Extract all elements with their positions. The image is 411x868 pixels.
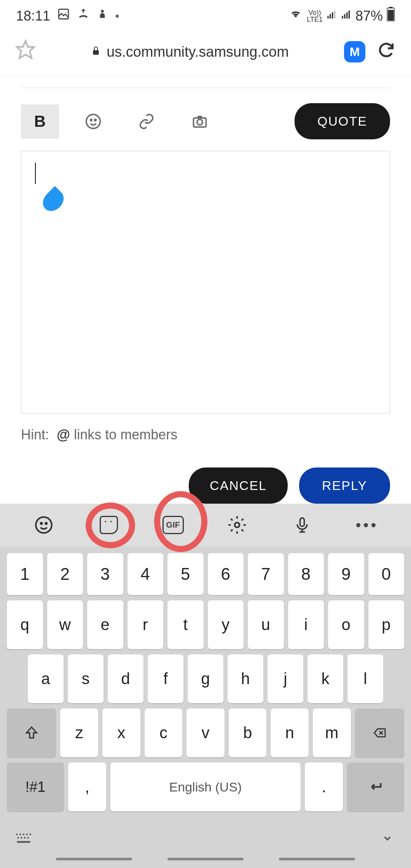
missed-call-icon bbox=[77, 8, 90, 24]
kb-emoji-icon[interactable] bbox=[32, 514, 55, 536]
picture-icon bbox=[57, 8, 70, 24]
status-dot-icon: ● bbox=[115, 11, 119, 20]
key-v[interactable]: v bbox=[186, 708, 225, 757]
svg-point-32 bbox=[24, 837, 25, 838]
lock-icon bbox=[91, 45, 101, 59]
svg-rect-6 bbox=[342, 16, 343, 19]
key-c[interactable]: c bbox=[145, 708, 183, 757]
kb-bot-row: z x c v b n m bbox=[7, 708, 404, 757]
key-4[interactable]: 4 bbox=[127, 553, 164, 595]
key-shift[interactable] bbox=[7, 708, 56, 757]
key-b[interactable]: b bbox=[229, 708, 267, 757]
svg-rect-8 bbox=[346, 12, 348, 18]
key-r[interactable]: r bbox=[127, 600, 164, 649]
kb-more-icon[interactable]: ••• bbox=[356, 514, 379, 536]
kb-switch-icon[interactable] bbox=[15, 832, 32, 846]
key-5[interactable]: 5 bbox=[167, 553, 204, 595]
kb-gif-icon[interactable]: GIF bbox=[162, 516, 184, 534]
key-n[interactable]: n bbox=[271, 708, 309, 757]
kb-number-row: 1 2 3 4 5 6 7 8 9 0 bbox=[7, 553, 404, 595]
bookmark-star-icon[interactable] bbox=[15, 39, 36, 64]
key-1[interactable]: 1 bbox=[7, 553, 43, 595]
key-j[interactable]: j bbox=[268, 654, 303, 703]
key-0[interactable]: 0 bbox=[368, 553, 405, 595]
keyboard-bottom-bar bbox=[0, 820, 411, 854]
svg-point-31 bbox=[21, 837, 22, 838]
kb-voice-icon[interactable] bbox=[291, 514, 314, 536]
kb-settings-icon[interactable] bbox=[226, 514, 249, 536]
key-e[interactable]: e bbox=[87, 600, 123, 649]
extension-m-badge[interactable]: M bbox=[344, 41, 365, 62]
bold-button[interactable]: B bbox=[21, 104, 59, 139]
svg-marker-13 bbox=[17, 41, 34, 58]
svg-point-20 bbox=[36, 517, 52, 533]
key-g[interactable]: g bbox=[188, 654, 223, 703]
svg-point-1 bbox=[101, 10, 104, 13]
key-backspace[interactable] bbox=[355, 708, 404, 757]
key-d[interactable]: d bbox=[108, 654, 143, 703]
svg-rect-34 bbox=[17, 841, 30, 842]
battery-percent: 87% bbox=[355, 8, 383, 24]
key-u[interactable]: u bbox=[248, 600, 284, 649]
key-t[interactable]: t bbox=[167, 600, 204, 649]
status-bar: 18:11 ● Vo))LTE1 87% bbox=[0, 0, 411, 32]
url-text: us.community.samsung.com bbox=[107, 44, 289, 60]
key-a[interactable]: a bbox=[28, 654, 64, 703]
key-space[interactable]: English (US) bbox=[110, 763, 301, 811]
key-enter[interactable] bbox=[347, 763, 404, 811]
key-q[interactable]: q bbox=[7, 600, 43, 649]
key-period[interactable]: . bbox=[305, 763, 343, 811]
key-k[interactable]: k bbox=[307, 654, 343, 703]
signal-icon bbox=[327, 8, 337, 24]
svg-point-23 bbox=[235, 523, 240, 528]
key-w[interactable]: w bbox=[47, 600, 83, 649]
key-comma[interactable]: , bbox=[68, 763, 106, 811]
key-o[interactable]: o bbox=[328, 600, 364, 649]
nav-recent[interactable] bbox=[56, 858, 132, 860]
key-h[interactable]: h bbox=[228, 654, 263, 703]
link-button[interactable] bbox=[127, 104, 166, 139]
svg-point-17 bbox=[95, 119, 96, 121]
key-8[interactable]: 8 bbox=[288, 553, 324, 595]
svg-rect-24 bbox=[300, 518, 304, 527]
key-m[interactable]: m bbox=[313, 708, 351, 757]
key-3[interactable]: 3 bbox=[87, 553, 123, 595]
svg-point-15 bbox=[86, 114, 100, 128]
svg-rect-3 bbox=[330, 14, 331, 19]
quote-button[interactable]: QUOTE bbox=[295, 103, 390, 139]
divider bbox=[21, 88, 390, 88]
svg-point-30 bbox=[17, 837, 19, 838]
nav-home[interactable] bbox=[167, 858, 244, 860]
svg-point-33 bbox=[27, 837, 29, 838]
kb-collapse-icon[interactable] bbox=[379, 833, 396, 846]
reload-icon[interactable] bbox=[377, 40, 396, 64]
url-display[interactable]: us.community.samsung.com bbox=[47, 44, 333, 60]
battery-icon bbox=[387, 7, 395, 25]
key-p[interactable]: p bbox=[368, 600, 405, 649]
key-z[interactable]: z bbox=[60, 708, 98, 757]
key-y[interactable]: y bbox=[208, 600, 244, 649]
hint-text: Hint: @ links to members bbox=[21, 413, 390, 456]
cancel-button[interactable]: CANCEL bbox=[189, 468, 288, 504]
key-2[interactable]: 2 bbox=[47, 553, 83, 595]
camera-button[interactable] bbox=[181, 104, 219, 139]
kb-sticker-icon[interactable] bbox=[97, 514, 120, 536]
key-7[interactable]: 7 bbox=[248, 553, 284, 595]
kb-space-row: !#1 , English (US) . bbox=[7, 763, 404, 811]
status-person-icon bbox=[97, 8, 108, 24]
nav-back[interactable] bbox=[279, 858, 355, 860]
key-9[interactable]: 9 bbox=[328, 553, 364, 595]
cursor-handle-icon[interactable] bbox=[39, 186, 68, 215]
reply-button[interactable]: REPLY bbox=[299, 468, 390, 504]
svg-rect-2 bbox=[327, 16, 329, 19]
emoji-button[interactable] bbox=[74, 104, 112, 139]
key-f[interactable]: f bbox=[148, 654, 183, 703]
reply-textarea[interactable] bbox=[21, 151, 390, 413]
key-symbols[interactable]: !#1 bbox=[7, 763, 64, 811]
key-x[interactable]: x bbox=[102, 708, 140, 757]
key-s[interactable]: s bbox=[68, 654, 104, 703]
keyboard-toolbar: GIF ••• bbox=[0, 504, 411, 546]
key-i[interactable]: i bbox=[288, 600, 324, 649]
key-l[interactable]: l bbox=[347, 654, 383, 703]
key-6[interactable]: 6 bbox=[208, 553, 244, 595]
